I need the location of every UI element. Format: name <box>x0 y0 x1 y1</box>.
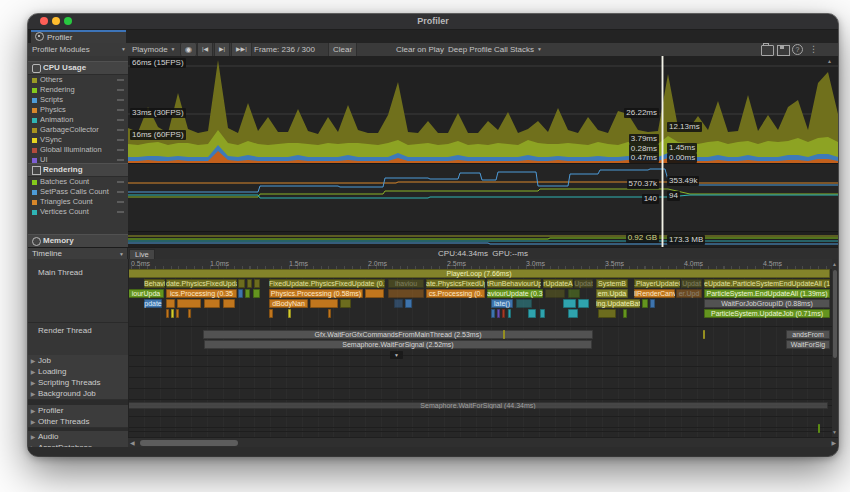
timeline-block-span[interactable] <box>166 299 175 308</box>
timeline-block-span[interactable] <box>365 289 384 298</box>
thread-row-background-job[interactable]: ▶Background Job <box>28 388 128 400</box>
playmode-dropdown[interactable]: Playmode▼ <box>132 43 176 56</box>
charts-scroll-up-icon[interactable]: ▲ <box>827 58 832 64</box>
prev-frame-button[interactable]: |◀ <box>197 43 213 56</box>
timeline-block--playerupdateca[interactable]: .PlayerUpdateCa <box>634 279 680 288</box>
timeline-block-ihaviou[interactable]: ihaviou <box>388 279 424 288</box>
timeline-block-fixedupdate-physicsfixedupdate-0-75ms-[interactable]: FixedUpdate.PhysicsFixedUpdate (0.75ms) <box>269 279 385 288</box>
timeline-block-waitforjobgroupid-0-88ms-[interactable]: WaitForJobGroupID (0.88ms) <box>704 299 830 308</box>
timeline-block-playerloop-7-66ms-[interactable]: PlayerLoop (7.66ms) <box>128 269 830 278</box>
help-icon[interactable]: ? <box>792 44 803 55</box>
timeline-block-span[interactable] <box>340 299 351 308</box>
timeline-block-span[interactable] <box>563 299 576 308</box>
timeline-block-span[interactable] <box>568 289 580 298</box>
last-frame-button[interactable]: ▶▶| <box>231 43 252 56</box>
timeline-block-span[interactable] <box>253 289 260 298</box>
horizontal-scrollbar-thumb[interactable] <box>140 440 238 446</box>
timeline-block-behaviou[interactable]: Behaviou <box>144 279 165 288</box>
legend-item-others[interactable]: Others <box>28 75 128 85</box>
timeline-block-span[interactable] <box>508 309 511 318</box>
render-thread-block-waitforsig[interactable]: WaitForSig <box>786 340 830 349</box>
memory-chart[interactable]: 0.92 GB173.3 MB <box>128 232 838 247</box>
expand-arrow-icon[interactable]: ▶ <box>28 417 38 428</box>
timeline-block-span[interactable] <box>545 289 565 298</box>
next-frame-button[interactable]: ▶| <box>214 43 230 56</box>
timeline-block-span[interactable] <box>254 279 260 288</box>
timeline-block-span[interactable] <box>405 299 412 308</box>
legend-item-global-illumination[interactable]: Global Illumination <box>28 145 128 155</box>
timeline-block-llrendercanvas[interactable]: llRenderCanvas <box>634 289 675 298</box>
timeline-block-er-upd[interactable]: er.Upd <box>676 289 702 298</box>
legend-item-physics[interactable]: Physics <box>28 105 128 115</box>
timeline-block-cs-processing-0-[interactable]: cs.Processing (0. <box>426 289 485 298</box>
timeline-block-trunbehaviourupd[interactable]: tRunBehaviourUpd <box>487 279 541 288</box>
timeline-block-late-[interactable]: late() <box>491 299 513 308</box>
timeline-block-date-physicsfixedupdate-1[interactable]: date.PhysicsFixedUpdate (1 <box>166 279 237 288</box>
timeline-block-span[interactable] <box>176 309 179 318</box>
timeline-block-span[interactable] <box>540 309 545 318</box>
timeline-block-span[interactable] <box>623 309 627 318</box>
timeline-block-span[interactable] <box>388 289 424 298</box>
timeline-block-span[interactable] <box>247 279 252 288</box>
thread-row-main-thread[interactable]: Main Thread <box>28 267 128 278</box>
timeline-block-span[interactable] <box>578 299 589 308</box>
timeline-block-updat[interactable]: Updat <box>574 279 593 288</box>
cpu-usage-chart[interactable]: 66ms (15FPS)33ms (30FPS)16ms (60FPS)26.2… <box>128 56 838 164</box>
legend-item-garbagecollector[interactable]: GarbageCollector <box>28 125 128 135</box>
timeline-block-span[interactable] <box>223 299 235 308</box>
kebab-menu-icon[interactable]: ⋮ <box>809 43 818 56</box>
clear-button[interactable]: Clear <box>328 43 357 56</box>
tab-profiler[interactable]: Profiler <box>31 30 126 43</box>
save-profile-icon[interactable] <box>777 45 790 56</box>
timeline-block-span[interactable] <box>394 299 403 308</box>
timeline-block-span[interactable] <box>491 309 495 318</box>
clear-on-play-toggle[interactable]: Clear on Play <box>396 43 444 56</box>
timeline-block-updat[interactable]: Updat <box>681 279 702 288</box>
timeline-block-iourupda[interactable]: iourUpda <box>128 289 164 298</box>
render-thread-expander-icon[interactable]: ▼ <box>390 351 403 359</box>
module-header-rendering[interactable]: Rendering <box>28 163 128 177</box>
legend-item-vsync[interactable]: VSync <box>28 135 128 145</box>
timeline-block-span[interactable] <box>328 309 331 318</box>
timeline-block-dbodynan[interactable]: dBodyNan <box>269 299 308 308</box>
profiler-modules-dropdown[interactable]: Profiler Modules▼ <box>32 43 90 56</box>
timeline-block-eupdate-particlesystemendupdateall-1[interactable]: eUpdate.ParticleSystemEndUpdateAll (1 <box>704 279 830 288</box>
expand-arrow-icon[interactable]: ▶ <box>28 389 38 400</box>
timeline-block-span[interactable] <box>568 309 578 318</box>
timeline-block-systemb[interactable]: SystemB <box>596 279 628 288</box>
legend-item-setpass-calls-count[interactable]: SetPass Calls Count <box>28 187 128 197</box>
timeline-block-ate-physicsfixedupdate[interactable]: ate.PhysicsFixedUpdate <box>426 279 485 288</box>
timeline-block-span[interactable] <box>238 289 243 298</box>
timeline-block-span[interactable] <box>166 309 169 318</box>
timeline-block-span[interactable] <box>598 309 616 318</box>
timeline-block-span[interactable] <box>288 309 291 318</box>
timeline-tracks[interactable]: PlayerLoop (7.66ms)Behavioudate.PhysicsF… <box>128 269 832 437</box>
other-thread-block-semaphore-waitforsignal[interactable]: Semaphore.WaitForSignal (44.34ms) <box>128 402 828 409</box>
timeline-block-pdate[interactable]: pdate <box>144 299 162 308</box>
scroll-down-icon[interactable]: ▼ <box>832 427 837 437</box>
timeline-block-span[interactable] <box>188 309 191 318</box>
timeline-block-aviourupdate-0-33[interactable]: aviourUpdate (0.33 <box>487 289 543 298</box>
vertical-scrollbar-thumb[interactable] <box>833 270 837 358</box>
timeline-block-particlesystem-endupdateall-1-39ms-[interactable]: ParticleSystem.EndUpdateAll (1.39ms) <box>704 289 830 298</box>
timeline-block-ing-updatebatch[interactable]: ing.UpdateBatch <box>596 299 640 308</box>
legend-item-batches-count[interactable]: Batches Count <box>28 177 128 187</box>
render-thread-block-semaphore-waitforsignal-2-52ms-[interactable]: Semaphore.WaitForSignal (2.52ms) <box>204 340 592 349</box>
selected-frame-line[interactable] <box>661 56 664 247</box>
legend-item-rendering[interactable]: Rendering <box>28 85 128 95</box>
timeline-block-physics-processing-0-58ms-[interactable]: Physics.Processing (0.58ms) <box>269 289 363 298</box>
module-header-memory[interactable]: Memory <box>28 234 128 248</box>
legend-item-triangles-count[interactable]: Triangles Count <box>28 197 128 207</box>
timeline-block-span[interactable] <box>528 309 536 318</box>
timeline-block-span[interactable] <box>310 299 338 308</box>
timeline-block-span[interactable] <box>269 309 273 318</box>
load-profile-icon[interactable] <box>761 45 774 56</box>
timeline-block-rupdatea[interactable]: rUpdateA <box>543 279 573 288</box>
call-stacks-dropdown[interactable]: Call Stacks▼ <box>494 43 542 56</box>
render-thread-block-span[interactable] <box>503 330 505 339</box>
timeline-block-span[interactable] <box>650 299 655 308</box>
timeline-block-span[interactable] <box>642 299 648 308</box>
timeline-block-ics-processing-0-35[interactable]: ics.Processing (0.35 <box>166 289 237 298</box>
legend-item-animation[interactable]: Animation <box>28 115 128 125</box>
timeline-block-span[interactable] <box>177 299 201 308</box>
